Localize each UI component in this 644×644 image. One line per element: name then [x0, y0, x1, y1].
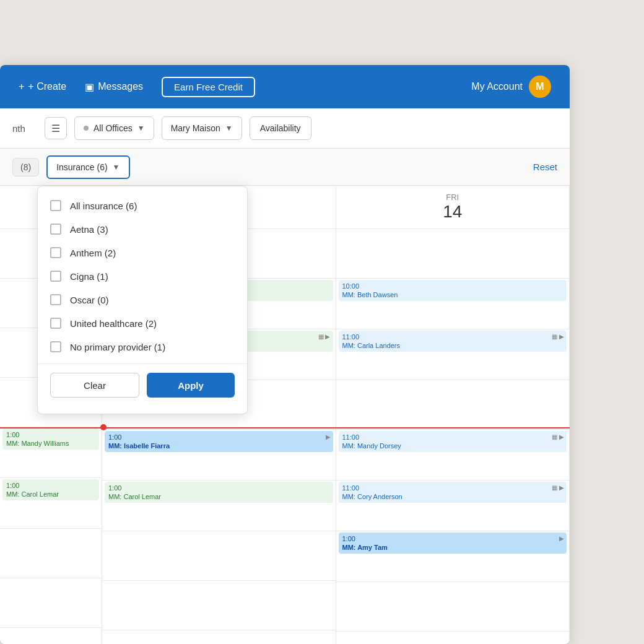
appt-block[interactable]: ▦ ▶ 11:00 MM: Carla Landers: [339, 331, 567, 352]
availability-button[interactable]: Availability: [250, 116, 311, 140]
office-dot: [84, 126, 89, 131]
appt-time: 10:00: [342, 282, 564, 290]
appt-name: MM: Mandy Dorsey: [342, 442, 564, 450]
appt-time: 1:00: [6, 431, 95, 438]
earn-free-credit-button[interactable]: Earn Free Credit: [162, 77, 255, 97]
cell-tue-7: [0, 529, 102, 578]
insurance-option-united[interactable]: United healthcare (2): [38, 311, 247, 335]
cal-cell-fri-1: [336, 229, 570, 279]
insurance-label: Insurance (6): [56, 162, 107, 172]
checkbox-anthem[interactable]: [50, 247, 61, 258]
cal-cell-fri-5: ▦ ▶ 11:00 MM: Mandy Dorsey: [336, 431, 570, 481]
cal-cell-thu-5: ▶ 1:00 MM: Isabelle Fiarra: [102, 431, 336, 481]
message-icon: ▣: [85, 81, 94, 93]
cell-tue-8: [0, 578, 102, 628]
appt-icons: ▦ ▶: [552, 433, 564, 440]
checkbox-aetna[interactable]: [50, 224, 61, 235]
toolbar-row: nth ☰ All Offices ▼ Mary Maison ▼ Availa…: [0, 108, 570, 149]
appt-block[interactable]: ▦ ▶ 11:00 MM: Cory Anderson: [339, 482, 567, 503]
cal-cell-fri-8: [336, 582, 570, 632]
plus-icon: +: [19, 81, 24, 92]
current-time-dot: [100, 424, 107, 430]
clear-button[interactable]: Clear: [50, 373, 139, 398]
appt-time: 11:00: [342, 484, 564, 492]
appt-name: MM: Amy Tam: [342, 544, 564, 551]
appt-block[interactable]: 10:00 MM: Beth Dawsen: [339, 280, 567, 301]
insurance-option-oscar[interactable]: Oscar (0): [38, 288, 247, 311]
appt-time: 1:00: [108, 484, 329, 492]
checkbox-cigna[interactable]: [50, 271, 61, 282]
avatar: M: [529, 76, 551, 98]
insurance-option-all[interactable]: All insurance (6): [38, 194, 247, 217]
cal-cell-fri-3: ▦ ▶ 11:00 MM: Carla Landers: [336, 331, 570, 380]
dropdown-footer: Clear Apply: [38, 363, 247, 406]
my-account-label: My Account: [471, 81, 523, 92]
create-button[interactable]: + + Create: [19, 81, 66, 92]
appt-name: MM: Isabelle Fiarra: [108, 442, 329, 450]
appt-icons: ▦ ▶: [318, 333, 331, 340]
checkbox-no-primary[interactable]: [50, 341, 61, 352]
cal-cell-thu-6: 1:00 MM: Carol Lemar: [102, 482, 336, 531]
appt-block[interactable]: ▦ ▶ 11:00 MM: Mandy Dorsey: [339, 431, 567, 452]
insurance-option-aetna-label: Aetna (3): [70, 224, 108, 235]
appt-time: 1:00: [108, 433, 329, 441]
app-container: + + Create ▣ Messages Earn Free Credit M…: [0, 65, 570, 644]
chevron-down-icon: ▼: [113, 163, 120, 172]
chevron-down-icon: ▼: [137, 124, 145, 133]
checkbox-all-insurance[interactable]: [50, 200, 61, 211]
filter-row: (8) Insurance (6) ▼ Reset: [0, 149, 570, 186]
cell-tue-5: 1:00 MM: Mandy Williams: [0, 429, 102, 478]
insurance-dropdown-overlay: All insurance (6) Aetna (3) Anthem (2) C…: [37, 186, 248, 414]
appt-name: MM: Carla Landers: [342, 342, 564, 349]
cal-cell-fri-2: 10:00 MM: Beth Dawsen: [336, 280, 570, 329]
appt-icons: ▦ ▶: [552, 333, 564, 340]
all-offices-dropdown[interactable]: All Offices ▼: [74, 116, 154, 140]
insurance-option-oscar-label: Oscar (0): [70, 295, 109, 305]
day-name-fri: Fri: [446, 193, 459, 202]
cal-cell-fri-4: [336, 380, 570, 430]
appt-name: MM: Beth Dawsen: [342, 291, 564, 298]
cal-cell-fri-7: ▶ 1:00 MM: Amy Tam: [336, 533, 570, 582]
insurance-dropdown[interactable]: Insurance (6) ▼: [46, 155, 129, 179]
appt-name: MM: Carol Lemar: [6, 490, 95, 498]
appt-block[interactable]: ▶ 1:00 MM: Amy Tam: [339, 533, 567, 554]
appt-icons: ▶: [326, 433, 331, 440]
appt-block[interactable]: 1:00 MM: Carol Lemar: [2, 479, 99, 500]
appt-name: MM: Mandy Williams: [6, 440, 95, 447]
provider-dropdown[interactable]: Mary Maison ▼: [162, 116, 242, 140]
chevron-down-icon: ▼: [225, 124, 233, 133]
insurance-option-united-label: United healthcare (2): [70, 318, 157, 329]
appt-block[interactable]: 1:00 MM: Carol Lemar: [105, 482, 333, 503]
all-offices-label: All Offices: [94, 123, 133, 133]
appt-time: 11:00: [342, 433, 564, 441]
reset-button[interactable]: Reset: [533, 162, 557, 172]
my-account-button[interactable]: My Account M: [471, 76, 551, 98]
filter-icon-button[interactable]: ☰: [45, 117, 67, 139]
insurance-option-cigna-label: Cigna (1): [70, 271, 108, 282]
appt-time: 1:00: [6, 482, 95, 489]
insurance-option-no-primary[interactable]: No primary provider (1): [38, 335, 247, 359]
provider-label: Mary Maison: [171, 123, 220, 133]
appt-block[interactable]: 1:00 MM: Mandy Williams: [2, 429, 99, 450]
results-count: (8): [12, 158, 39, 176]
insurance-option-anthem-label: Anthem (2): [70, 248, 116, 258]
create-label: + Create: [28, 81, 66, 92]
appt-block[interactable]: ▶ 1:00 MM: Isabelle Fiarra: [105, 431, 333, 452]
insurance-option-anthem[interactable]: Anthem (2): [38, 241, 247, 264]
appt-time: 11:00: [342, 333, 564, 341]
messages-label: Messages: [98, 81, 143, 92]
insurance-option-aetna[interactable]: Aetna (3): [38, 217, 247, 241]
checkbox-oscar[interactable]: [50, 294, 61, 305]
appt-name: MM: Cory Anderson: [342, 493, 564, 500]
current-time-line: [0, 427, 570, 429]
apply-button[interactable]: Apply: [147, 373, 235, 398]
messages-button[interactable]: ▣ Messages: [85, 81, 143, 93]
cal-cell-thu-7: [102, 531, 336, 581]
checkbox-united[interactable]: [50, 318, 61, 329]
header-bar: + + Create ▣ Messages Earn Free Credit M…: [0, 65, 570, 108]
insurance-option-cigna[interactable]: Cigna (1): [38, 264, 247, 288]
month-label: nth: [12, 123, 37, 134]
insurance-option-no-primary-label: No primary provider (1): [70, 342, 165, 352]
appt-icons: ▦ ▶: [552, 484, 564, 491]
filter-icon: ☰: [51, 123, 60, 134]
